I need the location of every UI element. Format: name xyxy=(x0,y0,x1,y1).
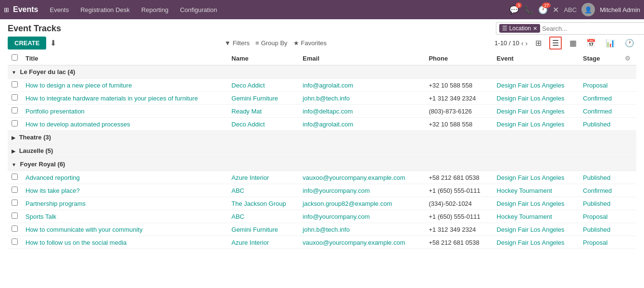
table-row: How to design a new piece of furniture D… xyxy=(8,79,636,92)
row-email[interactable]: vauxoo@yourcompany.example.com xyxy=(299,236,425,249)
row-event[interactable]: Hockey Tournament xyxy=(493,210,580,223)
row-title[interactable]: Advanced reporting xyxy=(22,171,227,184)
view-list-button[interactable]: ☰ xyxy=(549,37,562,50)
create-button[interactable]: CREATE xyxy=(8,37,46,50)
select-all-checkbox[interactable] xyxy=(12,54,18,61)
row-name[interactable]: ABC xyxy=(227,210,299,223)
row-phone: +58 212 681 0538 xyxy=(425,171,492,184)
row-checkbox[interactable] xyxy=(8,236,22,249)
row-name[interactable]: Deco Addict xyxy=(227,118,299,131)
row-phone: +1 (650) 555-0111 xyxy=(425,210,492,223)
row-email[interactable]: john.b@tech.info xyxy=(299,223,425,236)
row-stage: Confirmed xyxy=(579,105,621,118)
nav-link-registration-desk[interactable]: Registration Desk xyxy=(78,4,132,15)
apps-menu-icon[interactable]: ⊞ xyxy=(4,6,9,13)
row-checkbox[interactable] xyxy=(8,210,22,223)
row-empty xyxy=(621,236,636,249)
row-phone: +1 312 349 2324 xyxy=(425,92,492,105)
col-checkbox[interactable] xyxy=(8,51,22,65)
row-checkbox[interactable] xyxy=(8,197,22,210)
row-event[interactable]: Design Fair Los Angeles xyxy=(493,105,580,118)
row-phone: +32 10 588 558 xyxy=(425,118,492,131)
row-checkbox[interactable] xyxy=(8,171,22,184)
view-kanban-button[interactable]: ⊞ xyxy=(533,38,543,49)
row-name[interactable]: Deco Addict xyxy=(227,79,299,92)
row-checkbox[interactable] xyxy=(8,92,22,105)
close-icon[interactable]: ✕ xyxy=(553,5,559,14)
chat-icon[interactable]: 💬5 xyxy=(509,5,519,14)
group-header-lauzelle[interactable]: ▶ Lauzelle (5) xyxy=(8,144,636,158)
view-chart-button[interactable]: 📊 xyxy=(604,38,617,49)
table-body: ▼ Le Foyer du lac (4) How to design a ne… xyxy=(8,65,636,249)
nav-link-events[interactable]: Events xyxy=(48,4,71,15)
row-event[interactable]: Design Fair Los Angeles xyxy=(493,92,580,105)
row-name[interactable]: The Jackson Group xyxy=(227,197,299,210)
group-header-theatre[interactable]: ▶ Theatre (3) xyxy=(8,131,636,144)
row-event[interactable]: Design Fair Los Angeles xyxy=(493,79,580,92)
view-calendar-button[interactable]: 📅 xyxy=(584,38,598,49)
row-event[interactable]: Design Fair Los Angeles xyxy=(493,118,580,131)
download-button[interactable]: ⬇ xyxy=(50,38,56,48)
view-activity-button[interactable]: 🕐 xyxy=(623,38,636,49)
row-stage: Published xyxy=(579,197,621,210)
row-title[interactable]: Portfolio presentation xyxy=(22,105,227,118)
row-event[interactable]: Design Fair Los Angeles xyxy=(493,223,580,236)
row-checkbox[interactable] xyxy=(8,223,22,236)
row-checkbox[interactable] xyxy=(8,79,22,92)
search-tag-remove[interactable]: ✕ xyxy=(533,25,537,32)
row-title[interactable]: How to design a new piece of furniture xyxy=(22,79,227,92)
row-title[interactable]: Partnership programs xyxy=(22,197,227,210)
row-event[interactable]: Design Fair Los Angeles xyxy=(493,197,580,210)
group-header-foyer-royal[interactable]: ▼ Foyer Royal (6) xyxy=(8,158,636,171)
row-email[interactable]: jackson.group82@example.com xyxy=(299,197,425,210)
row-title[interactable]: How to develop automated processes xyxy=(22,118,227,131)
user-label: ABC xyxy=(564,6,577,13)
row-email[interactable]: info@yourcompany.com xyxy=(299,210,425,223)
row-title[interactable]: How to integrate hardware materials in y… xyxy=(22,92,227,105)
filters-button[interactable]: ▼ Filters xyxy=(225,39,250,47)
row-email[interactable]: john.b@tech.info xyxy=(299,92,425,105)
group-title: Le Foyer du lac (4) xyxy=(20,68,76,75)
row-event[interactable]: Design Fair Los Angeles xyxy=(493,236,580,249)
row-checkbox[interactable] xyxy=(8,105,22,118)
row-empty xyxy=(621,79,636,92)
row-name[interactable]: Gemini Furniture xyxy=(227,92,299,105)
row-title[interactable]: How its take place? xyxy=(22,184,227,197)
clock-icon[interactable]: 🕐27 xyxy=(538,5,548,14)
pager-prev[interactable]: ‹ xyxy=(521,39,524,47)
row-title[interactable]: How to communicate with your community xyxy=(22,223,227,236)
row-email[interactable]: vauxoo@yourcompany.example.com xyxy=(299,171,425,184)
groupby-button[interactable]: ≡ Group By xyxy=(255,39,288,47)
main-table: Title Name Email Phone Event Stage ⚙ ▼ L… xyxy=(8,51,636,249)
table-row: How to follow us on the social media Azu… xyxy=(8,236,636,249)
row-empty xyxy=(621,197,636,210)
row-stage: Confirmed xyxy=(579,184,621,197)
row-event[interactable]: Hockey Tournament xyxy=(493,184,580,197)
row-checkbox[interactable] xyxy=(8,184,22,197)
row-name[interactable]: Gemini Furniture xyxy=(227,223,299,236)
search-input[interactable] xyxy=(542,25,644,32)
nav-link-reporting[interactable]: Reporting xyxy=(139,4,170,15)
row-empty xyxy=(621,118,636,131)
row-name[interactable]: ABC xyxy=(227,184,299,197)
pager-text: 1-10 / 10 xyxy=(494,39,519,47)
row-event[interactable]: Design Fair Los Angeles xyxy=(493,171,580,184)
row-title[interactable]: Sports Talk xyxy=(22,210,227,223)
row-name[interactable]: Azure Interior xyxy=(227,236,299,249)
col-settings-icon[interactable]: ⚙ xyxy=(621,51,636,65)
row-name[interactable]: Ready Mat xyxy=(227,105,299,118)
row-email[interactable]: info@agrolait.com xyxy=(299,79,425,92)
phone-icon[interactable]: 📞 xyxy=(524,5,533,14)
favorites-button[interactable]: ★ Favorites xyxy=(293,39,327,47)
row-title[interactable]: How to follow us on the social media xyxy=(22,236,227,249)
row-checkbox[interactable] xyxy=(8,118,22,131)
pager-next[interactable]: › xyxy=(525,39,528,47)
nav-link-configuration[interactable]: Configuration xyxy=(178,4,219,15)
row-email[interactable]: info@agrolait.com xyxy=(299,118,425,131)
avatar[interactable]: 👤 xyxy=(581,3,595,16)
row-name[interactable]: Azure Interior xyxy=(227,171,299,184)
view-column-button[interactable]: ▦ xyxy=(568,38,579,49)
row-email[interactable]: info@deltapc.com xyxy=(299,105,425,118)
group-header-le-foyer[interactable]: ▼ Le Foyer du lac (4) xyxy=(8,65,636,79)
row-email[interactable]: info@yourcompany.com xyxy=(299,184,425,197)
